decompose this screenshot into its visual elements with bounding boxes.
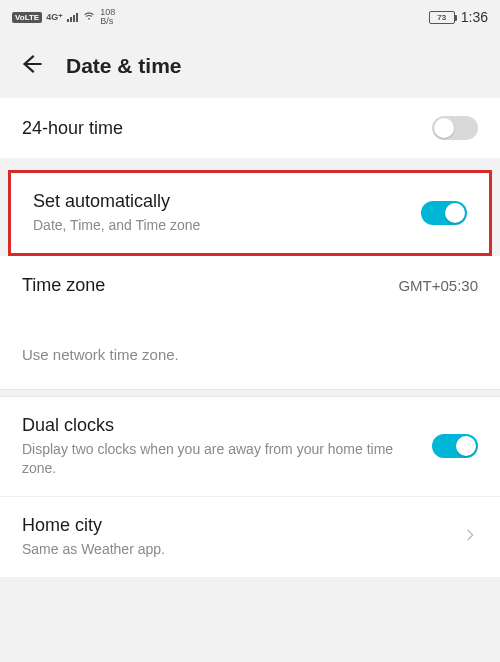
row-set-automatically[interactable]: Set automatically Date, Time, and Time z… xyxy=(11,173,489,253)
highlight-box: Set automatically Date, Time, and Time z… xyxy=(8,170,492,256)
network-speed: 108 B/s xyxy=(100,8,115,26)
toggle-set-automatically[interactable] xyxy=(421,201,467,225)
back-arrow-icon[interactable] xyxy=(18,51,44,81)
status-clock: 1:36 xyxy=(461,9,488,25)
row-dual-clocks[interactable]: Dual clocks Display two clocks when you … xyxy=(0,397,500,497)
toggle-dual-clocks[interactable] xyxy=(432,434,478,458)
row-subtitle: Display two clocks when you are away fro… xyxy=(22,440,416,478)
battery-indicator: 73 xyxy=(429,11,455,24)
network-gen-label: 4G⁺ xyxy=(46,12,63,22)
header: Date & time xyxy=(0,34,500,98)
volte-badge: VoLTE xyxy=(12,12,42,23)
row-title: Dual clocks xyxy=(22,415,416,436)
row-title: Time zone xyxy=(22,275,398,296)
row-subtitle: Same as Weather app. xyxy=(22,540,462,559)
status-bar: VoLTE 4G⁺ 108 B/s 73 1:36 xyxy=(0,0,500,34)
time-zone-helper: Use network time zone. xyxy=(0,316,500,389)
row-title: Set automatically xyxy=(33,191,421,212)
time-zone-value: GMT+05:30 xyxy=(398,277,478,294)
row-time-zone[interactable]: Time zone GMT+05:30 xyxy=(0,256,500,316)
row-subtitle: Date, Time, and Time zone xyxy=(33,216,421,235)
chevron-right-icon xyxy=(462,527,478,547)
row-title: 24-hour time xyxy=(22,118,432,139)
row-home-city[interactable]: Home city Same as Weather app. xyxy=(0,497,500,577)
wifi-icon xyxy=(82,9,96,25)
row-24-hour-time[interactable]: 24-hour time xyxy=(0,98,500,158)
signal-icon xyxy=(67,13,78,22)
toggle-24-hour[interactable] xyxy=(432,116,478,140)
row-title: Home city xyxy=(22,515,462,536)
page-title: Date & time xyxy=(66,54,182,78)
